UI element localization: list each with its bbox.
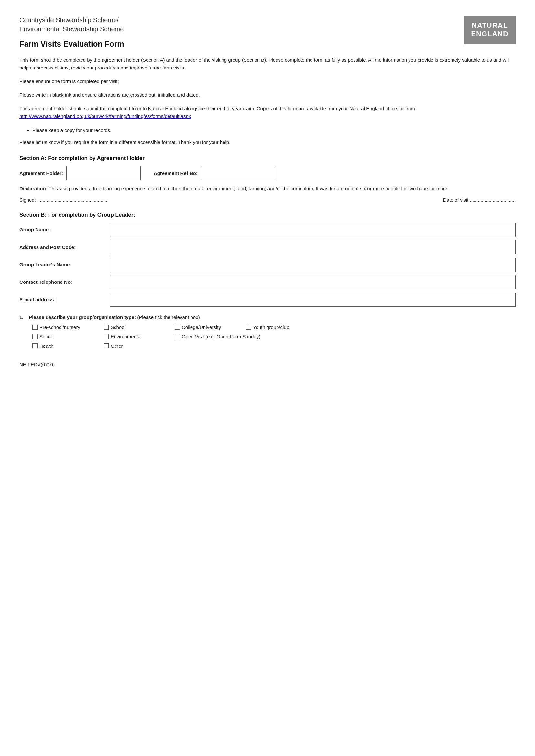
checkbox-college-label: College/University (182, 325, 221, 330)
checkbox-preschool-box[interactable] (32, 325, 38, 330)
bullet-list: Please keep a copy for your records. (32, 126, 516, 134)
question-1-label: 1. Please describe your group/organisati… (19, 314, 516, 320)
group-name-input[interactable] (110, 223, 516, 237)
checkbox-other-label: Other (111, 343, 123, 349)
address-row: Address and Post Code: (19, 240, 516, 255)
intro-section: This form should be completed by the agr… (19, 56, 516, 146)
checkbox-school-label: School (111, 325, 126, 330)
group-name-label: Group Name: (19, 227, 110, 232)
contact-tel-label: Contact Telephone No: (19, 279, 110, 285)
section-b-heading: Section B: For completion by Group Leade… (19, 212, 516, 218)
question-1-number: 1. (19, 314, 24, 320)
checkbox-youth-box[interactable] (246, 325, 251, 330)
intro-paragraph5: Please let us know if you require the fo… (19, 138, 516, 146)
checkbox-open-visit-label: Open Visit (e.g. Open Farm Sunday) (182, 334, 260, 339)
agreement-ref-input[interactable] (201, 166, 275, 180)
section-a: Section A: For completion by Agreement H… (19, 155, 516, 202)
checkbox-health-box[interactable] (32, 343, 38, 348)
naturalengland-link[interactable]: http://www.naturalengland.org.uk/ourwork… (19, 114, 191, 119)
checkbox-other: Other (103, 343, 175, 349)
checkbox-preschool-label: Pre-school/nursery (40, 325, 80, 330)
question-1-label-normal: (Please tick the relevant box) (136, 314, 200, 320)
agreement-holder-field: Agreement Holder: (19, 166, 141, 180)
intro-paragraph4: The agreement holder should submit the c… (19, 105, 516, 120)
question-1-label-bold: Please describe your group/organisation … (29, 314, 136, 320)
agreement-holder-input[interactable] (66, 166, 141, 180)
section-a-heading: Section A: For completion by Agreement H… (19, 155, 516, 162)
group-leader-label: Group Leader's Name: (19, 262, 110, 267)
intro-paragraph2: Please ensure one form is completed per … (19, 78, 516, 85)
contact-tel-input[interactable] (110, 275, 516, 289)
checkbox-social: Social (32, 334, 103, 339)
checkbox-college: College/University (175, 325, 246, 330)
group-name-row: Group Name: (19, 223, 516, 237)
form-title: Farm Visits Evaluation Form (19, 40, 124, 48)
footer-code: NE-FEDV(0710) (19, 362, 516, 367)
checkbox-school: School (103, 325, 175, 330)
agreement-ref-field: Agreement Ref No: (154, 166, 275, 180)
email-input[interactable] (110, 292, 516, 307)
checkbox-open-visit-box[interactable] (175, 334, 180, 339)
intro-paragraph3: Please write in black ink and ensure alt… (19, 91, 516, 99)
checkbox-school-box[interactable] (103, 325, 109, 330)
declaration-text: Declaration: This visit provided a free … (19, 185, 516, 193)
checkbox-social-box[interactable] (32, 334, 38, 339)
checkbox-college-box[interactable] (175, 325, 180, 330)
title-block: Countryside Stewardship Scheme/ Environm… (19, 15, 124, 48)
checkbox-open-visit: Open Visit (e.g. Open Farm Sunday) (175, 334, 278, 339)
address-label: Address and Post Code: (19, 244, 110, 250)
agreement-fields-row: Agreement Holder: Agreement Ref No: (19, 166, 516, 180)
checkbox-social-label: Social (40, 334, 53, 339)
checkbox-youth: Youth group/club (246, 325, 317, 330)
checkbox-row-2: Social Environmental Open Visit (e.g. Op… (32, 334, 516, 339)
checkbox-environmental-box[interactable] (103, 334, 109, 339)
checkbox-youth-label: Youth group/club (253, 325, 289, 330)
agreement-holder-label: Agreement Holder: (19, 170, 63, 176)
checkbox-row-1: Pre-school/nursery School College/Univer… (32, 325, 516, 330)
natural-england-logo: NATURAL ENGLAND (464, 15, 516, 44)
group-leader-row: Group Leader's Name: (19, 257, 516, 272)
scheme-title: Countryside Stewardship Scheme/ Environm… (19, 15, 124, 34)
email-row: E-mail address: (19, 292, 516, 307)
intro-paragraph1: This form should be completed by the agr… (19, 56, 516, 72)
signed-row: Signed: ................................… (19, 197, 516, 202)
section-b: Section B: For completion by Group Leade… (19, 212, 516, 307)
checkbox-environmental: Environmental (103, 334, 175, 339)
bullet-item-1: Please keep a copy for your records. (32, 126, 516, 134)
date-label: Date of visit:..........................… (443, 197, 516, 202)
checkbox-preschool: Pre-school/nursery (32, 325, 103, 330)
signed-label: Signed: ................................… (19, 197, 107, 202)
checkbox-grid: Pre-school/nursery School College/Univer… (32, 325, 516, 349)
email-label: E-mail address: (19, 297, 110, 302)
checkbox-health: Health (32, 343, 103, 349)
contact-tel-row: Contact Telephone No: (19, 275, 516, 289)
question-1-block: 1. Please describe your group/organisati… (19, 314, 516, 349)
group-leader-input[interactable] (110, 257, 516, 272)
checkbox-health-label: Health (40, 343, 53, 349)
agreement-ref-label: Agreement Ref No: (154, 170, 198, 176)
checkbox-row-3: Health Other (32, 343, 516, 349)
page-header: Countryside Stewardship Scheme/ Environm… (19, 15, 516, 48)
address-input[interactable] (110, 240, 516, 255)
checkbox-environmental-label: Environmental (111, 334, 142, 339)
checkbox-other-box[interactable] (103, 343, 109, 348)
